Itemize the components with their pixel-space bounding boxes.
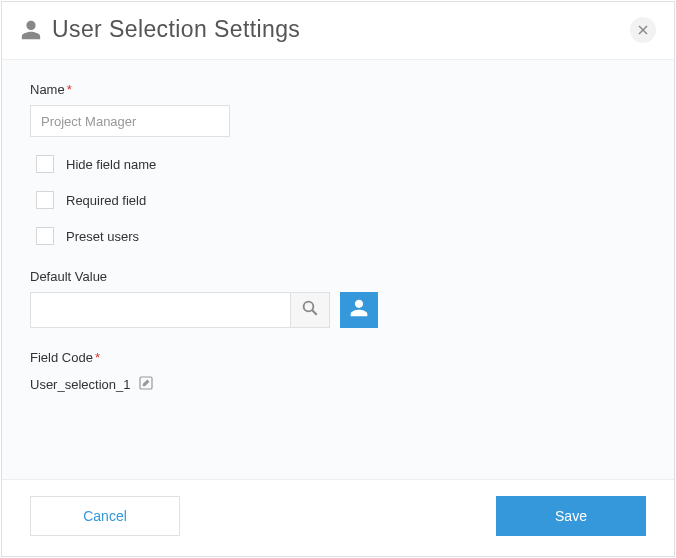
dialog-footer: Cancel Save — [2, 480, 674, 556]
select-user-button[interactable] — [340, 292, 378, 328]
cancel-button[interactable]: Cancel — [30, 496, 180, 536]
required-mark: * — [95, 350, 100, 365]
name-input[interactable] — [30, 105, 230, 137]
close-button[interactable] — [630, 17, 656, 43]
default-value-group: Default Value — [30, 269, 646, 328]
user-icon — [20, 19, 42, 41]
hide-field-name-row: Hide field name — [36, 155, 646, 173]
default-value-row — [30, 292, 646, 328]
preset-users-checkbox[interactable] — [36, 227, 54, 245]
field-code-label: Field Code* — [30, 350, 646, 365]
default-value-label: Default Value — [30, 269, 646, 284]
user-selection-settings-dialog: User Selection Settings Name* Hide field… — [1, 1, 675, 557]
dialog-title: User Selection Settings — [52, 16, 300, 43]
user-icon — [349, 298, 369, 322]
field-code-value: User_selection_1 — [30, 377, 130, 392]
search-icon — [301, 299, 319, 321]
dialog-header: User Selection Settings — [2, 2, 674, 60]
search-button[interactable] — [290, 292, 330, 328]
preset-users-row: Preset users — [36, 227, 646, 245]
required-mark: * — [67, 82, 72, 97]
svg-point-2 — [304, 302, 314, 312]
field-code-group: Field Code* User_selection_1 — [30, 350, 646, 393]
svg-line-3 — [312, 310, 317, 315]
save-button[interactable]: Save — [496, 496, 646, 536]
required-field-label: Required field — [66, 193, 146, 208]
edit-field-code-button[interactable] — [138, 375, 156, 393]
hide-field-name-checkbox[interactable] — [36, 155, 54, 173]
required-field-row: Required field — [36, 191, 646, 209]
dialog-body: Name* Hide field name Required field Pre… — [2, 60, 674, 480]
name-field-group: Name* — [30, 82, 646, 137]
required-field-checkbox[interactable] — [36, 191, 54, 209]
name-label: Name* — [30, 82, 646, 97]
preset-users-label: Preset users — [66, 229, 139, 244]
default-value-input[interactable] — [30, 292, 290, 328]
hide-field-name-label: Hide field name — [66, 157, 156, 172]
field-code-row: User_selection_1 — [30, 375, 646, 393]
